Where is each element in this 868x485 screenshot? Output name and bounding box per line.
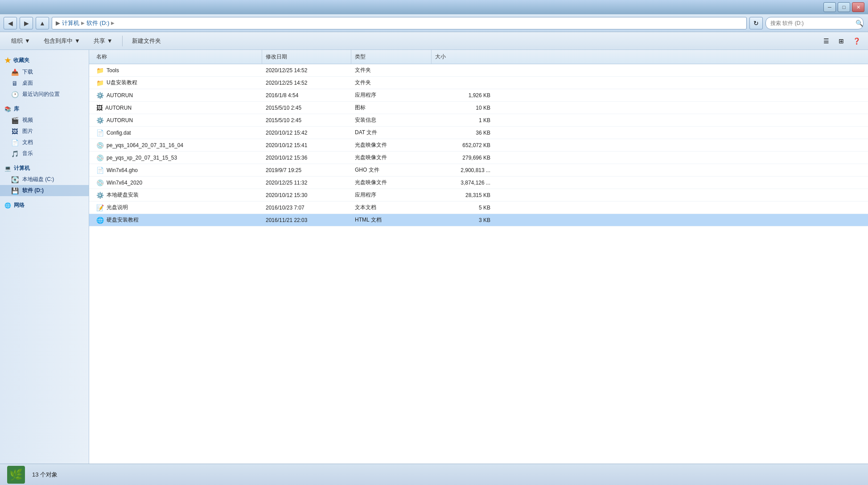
path-arrow-2: ▶ [111, 21, 115, 25]
new-folder-button[interactable]: 新建文件夹 [126, 35, 167, 47]
file-modified-cell: 2020/10/12 15:30 [262, 192, 351, 198]
forward-button[interactable]: ▶ [20, 17, 33, 29]
table-row[interactable]: 💿Win7x64_20202020/12/25 11:32光盘映像文件3,874… [89, 177, 868, 189]
video-icon: 🎬 [11, 117, 19, 124]
view-details-button[interactable]: ⊞ [835, 35, 847, 47]
file-modified-cell: 2016/11/21 22:03 [262, 217, 351, 223]
refresh-button[interactable]: ↻ [749, 17, 763, 29]
file-modified-cell: 2020/12/25 11:32 [262, 180, 351, 186]
archive-label: 包含到库中 [44, 37, 73, 45]
table-row[interactable]: 📁Tools2020/12/25 14:52文件夹 [89, 64, 868, 77]
sidebar-pictures-label: 图片 [22, 127, 33, 135]
archive-button[interactable]: 包含到库中 ▼ [38, 35, 86, 47]
file-icon: 📄 [96, 167, 104, 174]
table-row[interactable]: 📄Win7x64.gho2019/9/7 19:25GHO 文件2,900,81… [89, 164, 868, 177]
col-size[interactable]: 大小 [432, 50, 494, 64]
table-row[interactable]: ⚙️AUTORUN2016/1/8 4:54应用程序1,926 KB [89, 89, 868, 102]
sidebar-section-library: 📚 库 🎬 视频 🖼 图片 📄 文档 🎵 音乐 [0, 103, 89, 159]
up-button[interactable]: ▲ [36, 17, 49, 29]
address-path[interactable]: ▶ 计算机 ▶ 软件 (D:) ▶ [52, 17, 747, 29]
file-name-cell: ⚙️AUTORUN [93, 92, 262, 99]
sidebar-download-label: 下载 [22, 68, 33, 76]
sidebar-item-drive-c[interactable]: 💽 本地磁盘 (C:) [0, 174, 89, 185]
col-name[interactable]: 名称 [93, 50, 262, 64]
file-type-cell: 应用程序 [351, 91, 432, 99]
path-arrow-1: ▶ [81, 21, 85, 25]
sidebar-favorites-label: 收藏夹 [13, 57, 29, 64]
table-row[interactable]: 🖼AUTORUN2015/5/10 2:45图标10 KB [89, 102, 868, 114]
sidebar-item-recent[interactable]: 🕐 最近访问的位置 [0, 89, 89, 100]
file-icon: 🖼 [96, 104, 103, 111]
sidebar-favorites-header[interactable]: ★ 收藏夹 [0, 54, 89, 66]
file-name-cell: ⚙️AUTORUN [93, 117, 262, 124]
organize-button[interactable]: 组织 ▼ [5, 35, 36, 47]
file-name-cell: 📁Tools [93, 67, 262, 74]
sidebar-item-music[interactable]: 🎵 音乐 [0, 148, 89, 159]
back-button[interactable]: ◀ [4, 17, 17, 29]
file-modified-cell: 2020/10/12 15:41 [262, 142, 351, 148]
favorites-star-icon: ★ [4, 56, 11, 65]
sidebar-desktop-label: 桌面 [22, 79, 33, 87]
file-name-cell: 💿pe_yqs_1064_20_07_31_16_04 [93, 142, 262, 149]
sidebar-computer-label: 计算机 [14, 164, 30, 172]
file-name: AUTORUN [105, 105, 132, 111]
file-type-cell: 应用程序 [351, 191, 432, 199]
col-modified[interactable]: 修改日期 [262, 50, 351, 64]
sidebar-item-documents[interactable]: 📄 文档 [0, 137, 89, 148]
file-modified-cell: 2016/10/23 7:07 [262, 205, 351, 211]
path-drive-d[interactable]: 软件 (D:) [86, 19, 109, 27]
search-button[interactable]: 🔍 [854, 18, 864, 29]
file-type-cell: 光盘映像文件 [351, 141, 432, 149]
table-row[interactable]: 🌐硬盘安装教程2016/11/21 22:03HTML 文档3 KB [89, 214, 868, 226]
file-size-cell: 279,696 KB [432, 155, 494, 161]
help-button[interactable]: ❓ [850, 35, 863, 47]
close-button[interactable]: ✕ [852, 2, 864, 12]
sidebar-item-video[interactable]: 🎬 视频 [0, 115, 89, 126]
pictures-icon: 🖼 [11, 128, 19, 135]
file-icon: ⚙️ [96, 192, 104, 199]
sidebar-network-header[interactable]: 🌐 网络 [0, 200, 89, 211]
sidebar-documents-label: 文档 [22, 139, 33, 146]
sidebar-item-drive-d[interactable]: 💾 软件 (D:) [0, 185, 89, 196]
view-list-button[interactable]: ☰ [820, 35, 832, 47]
table-row[interactable]: ⚙️AUTORUN2015/5/10 2:45安装信息1 KB [89, 114, 868, 127]
table-row[interactable]: ⚙️本地硬盘安装2020/10/12 15:30应用程序28,315 KB [89, 189, 868, 201]
file-icon: 💿 [96, 154, 104, 161]
download-icon: 📥 [11, 69, 19, 76]
col-name-label: 名称 [96, 53, 107, 61]
sidebar-library-header[interactable]: 📚 库 [0, 103, 89, 115]
sidebar-music-label: 音乐 [22, 150, 33, 157]
library-icon: 📚 [4, 106, 11, 112]
sidebar-item-desktop[interactable]: 🖥 桌面 [0, 78, 89, 89]
table-row[interactable]: 💿pe_yqs_1064_20_07_31_16_042020/10/12 15… [89, 139, 868, 152]
minimize-button[interactable]: ─ [823, 2, 836, 12]
file-modified-cell: 2015/5/10 2:45 [262, 117, 351, 123]
column-header: 名称 修改日期 类型 大小 [89, 50, 868, 64]
path-computer[interactable]: 计算机 [62, 19, 79, 27]
sidebar-item-download[interactable]: 📥 下载 [0, 66, 89, 78]
sidebar-drive-d-label: 软件 (D:) [22, 187, 44, 194]
file-type-cell: GHO 文件 [351, 166, 432, 174]
maximize-button[interactable]: □ [838, 2, 850, 12]
col-modified-label: 修改日期 [266, 53, 287, 61]
search-input[interactable] [765, 17, 864, 29]
file-type-cell: DAT 文件 [351, 129, 432, 136]
share-button[interactable]: 共享 ▼ [88, 35, 119, 47]
archive-arrow: ▼ [74, 37, 80, 44]
sidebar-item-pictures[interactable]: 🖼 图片 [0, 126, 89, 137]
table-row[interactable]: 📁U盘安装教程2020/12/25 14:52文件夹 [89, 77, 868, 89]
table-row[interactable]: 📄Config.dat2020/10/12 15:42DAT 文件36 KB [89, 127, 868, 139]
col-type[interactable]: 类型 [351, 50, 432, 64]
sidebar-network-label: 网络 [14, 201, 25, 209]
address-bar: ◀ ▶ ▲ ▶ 计算机 ▶ 软件 (D:) ▶ ↻ 🔍 [0, 14, 868, 32]
sidebar-computer-header[interactable]: 💻 计算机 [0, 163, 89, 174]
col-type-label: 类型 [355, 53, 366, 61]
file-type-cell: 图标 [351, 104, 432, 111]
file-modified-cell: 2020/10/12 15:42 [262, 130, 351, 136]
table-row[interactable]: 💿pe_yqs_xp_20_07_31_15_532020/10/12 15:3… [89, 152, 868, 164]
status-count: 13 个对象 [32, 471, 58, 479]
status-bar: 🌿 13 个对象 [0, 464, 868, 485]
toolbar-right: ☰ ⊞ ❓ [820, 35, 863, 47]
file-name-cell: 📁U盘安装教程 [93, 79, 262, 86]
table-row[interactable]: 📝光盘说明2016/10/23 7:07文本文档5 KB [89, 201, 868, 214]
